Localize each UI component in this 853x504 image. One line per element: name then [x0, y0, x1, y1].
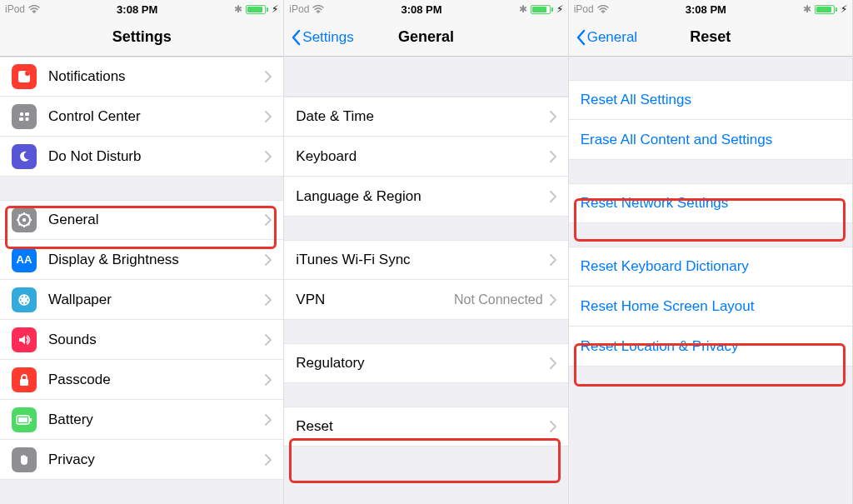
general-list[interactable]: Date & Time Keyboard Language & Region i…: [284, 57, 567, 504]
row-label: Language & Region: [296, 188, 549, 205]
row-regulatory[interactable]: Regulatory: [284, 343, 567, 383]
row-label: Display & Brightness: [48, 252, 265, 268]
svg-point-8: [22, 218, 26, 222]
chevron-right-icon: [550, 294, 556, 306]
row-general[interactable]: General: [0, 200, 283, 240]
carrier-label: iPod: [5, 3, 25, 15]
row-display-brightness[interactable]: AA Display & Brightness: [0, 240, 283, 280]
row-passcode[interactable]: Passcode: [0, 360, 283, 400]
bluetooth-icon: ✱: [234, 3, 242, 15]
row-label: VPN: [296, 292, 454, 308]
row-reset-keyboard-dictionary[interactable]: Reset Keyboard Dictionary: [569, 247, 852, 287]
row-label: Reset: [296, 418, 549, 435]
svg-point-2: [25, 71, 30, 76]
row-label: Reset Location & Privacy: [581, 338, 841, 355]
chevron-right-icon: [265, 414, 272, 426]
row-notifications[interactable]: Notifications: [0, 57, 283, 97]
battery-icon: [12, 407, 37, 432]
row-label: Notifications: [48, 68, 265, 85]
row-reset-location-privacy[interactable]: Reset Location & Privacy: [569, 327, 852, 367]
chevron-right-icon: [265, 334, 272, 346]
display-icon: AA: [12, 247, 37, 272]
screen-general: iPod 3:08 PM ✱ ⚡︎ Settings General Date …: [284, 0, 568, 504]
row-vpn[interactable]: VPN Not Connected: [284, 280, 567, 320]
status-bar: iPod 3:08 PM ✱ ⚡︎: [0, 0, 283, 18]
svg-rect-24: [18, 417, 27, 422]
group-separator: [569, 160, 852, 183]
page-title: Reset: [690, 28, 731, 46]
row-value: Not Connected: [454, 292, 543, 307]
row-date-time[interactable]: Date & Time: [284, 97, 567, 137]
wifi-icon: [597, 5, 609, 13]
bluetooth-icon: ✱: [803, 3, 811, 15]
row-label: Regulatory: [296, 355, 549, 372]
row-label: Wallpaper: [48, 292, 265, 308]
row-reset[interactable]: Reset: [284, 407, 567, 447]
group-separator: [0, 177, 283, 200]
battery-icon: [815, 5, 837, 14]
reset-list[interactable]: Reset All Settings Erase All Content and…: [569, 57, 852, 504]
page-title: General: [398, 28, 454, 46]
nav-bar: Settings: [0, 18, 283, 57]
screen-reset: iPod 3:08 PM ✱ ⚡︎ General Reset Reset Al…: [569, 0, 853, 504]
back-button[interactable]: General: [576, 29, 637, 46]
charging-icon: ⚡︎: [556, 3, 563, 15]
svg-rect-4: [25, 112, 29, 116]
chevron-right-icon: [550, 421, 556, 432]
row-reset-all-settings[interactable]: Reset All Settings: [569, 80, 852, 120]
charging-icon: ⚡︎: [272, 3, 278, 15]
row-wallpaper[interactable]: Wallpaper: [0, 280, 283, 320]
page-title: Settings: [112, 28, 172, 46]
status-bar: iPod 3:08 PM ✱ ⚡︎: [569, 0, 852, 18]
chevron-right-icon: [550, 191, 556, 202]
screen-settings: iPod 3:08 PM ✱ ⚡︎ Settings Notifications…: [0, 0, 284, 504]
row-privacy[interactable]: Privacy: [0, 440, 283, 480]
chevron-left-icon: [291, 29, 301, 46]
row-language-region[interactable]: Language & Region: [284, 177, 567, 217]
chevron-right-icon: [265, 214, 272, 226]
wallpaper-icon: [12, 287, 37, 312]
carrier-label: iPod: [289, 3, 309, 15]
svg-point-3: [20, 112, 23, 115]
back-label: Settings: [302, 29, 353, 46]
settings-list[interactable]: Notifications Control Center Do Not Dist…: [0, 57, 283, 504]
moon-icon: [12, 144, 37, 169]
control-center-icon: [12, 104, 37, 129]
row-erase-all[interactable]: Erase All Content and Settings: [569, 120, 852, 160]
row-label: Battery: [48, 412, 265, 428]
row-label: Control Center: [48, 108, 265, 125]
chevron-right-icon: [265, 254, 272, 266]
status-bar: iPod 3:08 PM ✱ ⚡︎: [284, 0, 567, 18]
back-button[interactable]: Settings: [291, 29, 353, 46]
row-label: iTunes Wi-Fi Sync: [296, 252, 549, 268]
svg-rect-22: [20, 379, 28, 386]
chevron-right-icon: [550, 111, 556, 122]
battery-icon: [246, 5, 268, 14]
svg-point-6: [25, 117, 28, 120]
notifications-icon: [12, 64, 37, 89]
chevron-right-icon: [265, 454, 272, 466]
row-control-center[interactable]: Control Center: [0, 97, 283, 137]
row-label: Reset All Settings: [581, 92, 841, 108]
row-label: Privacy: [48, 452, 265, 468]
row-sounds[interactable]: Sounds: [0, 320, 283, 360]
chevron-right-icon: [550, 151, 556, 162]
group-separator: [284, 57, 567, 97]
carrier-label: iPod: [574, 3, 594, 15]
row-keyboard[interactable]: Keyboard: [284, 137, 567, 177]
row-label: Passcode: [48, 372, 265, 388]
row-itunes-wifi-sync[interactable]: iTunes Wi-Fi Sync: [284, 240, 567, 280]
nav-bar: General Reset: [569, 18, 852, 57]
chevron-left-icon: [576, 29, 586, 46]
row-label: Keyboard: [296, 148, 549, 165]
row-reset-home-screen-layout[interactable]: Reset Home Screen Layout: [569, 287, 852, 327]
row-reset-network-settings[interactable]: Reset Network Settings: [569, 183, 852, 223]
row-do-not-disturb[interactable]: Do Not Disturb: [0, 137, 283, 177]
bluetooth-icon: ✱: [519, 3, 527, 15]
row-label: Reset Network Settings: [581, 195, 841, 212]
row-label: General: [48, 212, 265, 228]
row-battery[interactable]: Battery: [0, 400, 283, 440]
chevron-right-icon: [265, 374, 272, 386]
row-label: Date & Time: [296, 108, 549, 125]
chevron-right-icon: [265, 111, 272, 122]
